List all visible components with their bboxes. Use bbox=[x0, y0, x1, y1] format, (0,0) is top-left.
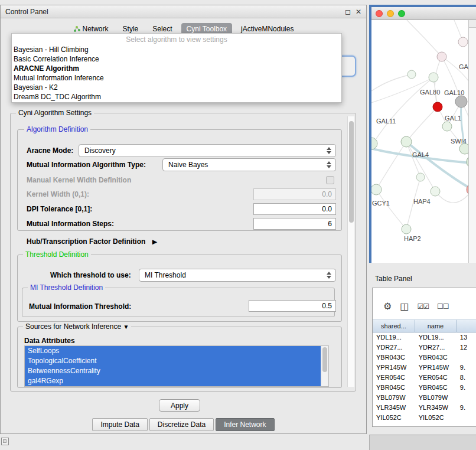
cell: YBL079W bbox=[415, 393, 457, 403]
list-scrollbar[interactable] bbox=[321, 346, 328, 386]
table-row[interactable]: YER054CYER054C8. bbox=[373, 373, 476, 383]
which-threshold-value: MI Threshold bbox=[145, 271, 186, 279]
minimize-traffic-light[interactable] bbox=[387, 10, 394, 17]
network-node-red[interactable] bbox=[433, 102, 442, 112]
apply-button[interactable]: Apply bbox=[159, 399, 200, 412]
network-node[interactable] bbox=[416, 173, 425, 181]
threshold-definition-title: Threshold Definition bbox=[23, 250, 91, 259]
zoom-traffic-light[interactable] bbox=[398, 10, 405, 17]
network-window-titlebar[interactable] bbox=[371, 7, 476, 20]
column-header[interactable]: name bbox=[415, 319, 457, 332]
network-tab-icon bbox=[73, 25, 80, 32]
network-node[interactable] bbox=[458, 37, 468, 47]
network-canvas[interactable]: GAL80 GAL80 GAL10 GAL11 GAL1 SWI4 GAL4 G… bbox=[371, 20, 476, 263]
table-row[interactable]: YPR145WYPR145W9. bbox=[373, 363, 476, 373]
deselect-all-icon[interactable]: ☐☐ bbox=[437, 302, 449, 311]
chevron-right-icon: ▶ bbox=[152, 238, 157, 245]
cell: YIL052C bbox=[415, 413, 457, 423]
node-label: HAP4 bbox=[413, 198, 431, 205]
cell: YBL079W bbox=[373, 393, 415, 403]
network-node[interactable] bbox=[407, 70, 416, 79]
kernel-width-field[interactable]: 0.0 bbox=[253, 188, 336, 200]
table-header-row: shared... name bbox=[373, 319, 476, 332]
hub-definition-expander[interactable]: Hub/Transcription Factor Definition ▶ bbox=[27, 237, 157, 246]
list-scrollbar-thumb[interactable] bbox=[322, 347, 327, 372]
algorithm-option[interactable]: Mutual Information Inference bbox=[12, 73, 341, 83]
cell: YLR345W bbox=[373, 403, 415, 413]
network-node[interactable] bbox=[371, 184, 382, 195]
mi-steps-field[interactable]: 6 bbox=[253, 218, 336, 230]
list-item[interactable]: TopologicalCoefficient bbox=[25, 356, 321, 366]
manual-kernel-width-checkbox[interactable] bbox=[326, 176, 334, 184]
network-node-gray[interactable] bbox=[455, 96, 467, 107]
sources-group-header[interactable]: Sources for Network Inference ▼ bbox=[23, 322, 131, 331]
network-node[interactable] bbox=[402, 224, 411, 234]
cell: YBR043C bbox=[373, 353, 415, 363]
control-panel-window: Control Panel ◻ ✕ Network Style Select C… bbox=[0, 5, 367, 434]
settings-scrollbar-thumb[interactable] bbox=[349, 121, 354, 223]
manual-kernel-width-label: Manual Kernel Width Definition bbox=[27, 175, 131, 185]
mi-threshold-field[interactable]: 0.5 bbox=[249, 300, 336, 312]
scrollbar-button[interactable] bbox=[469, 20, 476, 28]
table-body: YDL19...YDL19...13 YDR27...YDR27...12 YB… bbox=[373, 332, 476, 423]
gear-icon[interactable]: ⚙ bbox=[383, 302, 392, 311]
close-traffic-light[interactable] bbox=[376, 10, 383, 17]
network-node[interactable] bbox=[401, 136, 412, 147]
node-label: GAL4 bbox=[412, 151, 429, 158]
aracne-mode-label: Aracne Mode: bbox=[27, 146, 73, 155]
table-row[interactable]: YDR27...YDR27...12 bbox=[373, 343, 476, 353]
table-row[interactable]: YBL079WYBL079W bbox=[373, 393, 476, 403]
mi-steps-label: Mutual Information Steps: bbox=[27, 219, 114, 229]
kernel-width-label: Kernel Width (0,1): bbox=[27, 190, 89, 199]
combo-arrows-icon bbox=[325, 161, 333, 168]
table-row[interactable]: YLR345WYLR345W9. bbox=[373, 403, 476, 413]
restore-panel-icon[interactable] bbox=[1, 438, 9, 445]
network-view-window: GAL80 GAL80 GAL10 GAL11 GAL1 SWI4 GAL4 G… bbox=[369, 5, 476, 263]
tab-infer-network[interactable]: Infer Network bbox=[216, 418, 274, 431]
network-node[interactable] bbox=[371, 138, 377, 149]
which-threshold-select[interactable]: MI Threshold bbox=[139, 269, 336, 282]
network-node[interactable] bbox=[442, 122, 452, 131]
close-icon[interactable]: ✕ bbox=[356, 8, 361, 16]
node-label: GAL1 bbox=[445, 115, 461, 122]
column-header[interactable] bbox=[457, 319, 476, 332]
cell bbox=[457, 393, 476, 403]
node-label: GCY1 bbox=[372, 200, 390, 207]
list-item[interactable]: gal4RGexp bbox=[25, 376, 321, 386]
table-row[interactable]: YIL052CYIL052C bbox=[373, 413, 476, 423]
mi-threshold-group-title: MI Threshold Definition bbox=[28, 283, 105, 292]
network-node[interactable] bbox=[429, 73, 438, 82]
network-node[interactable] bbox=[437, 52, 446, 61]
cell: YPR145W bbox=[373, 363, 415, 373]
table-panel-title: Table Panel bbox=[375, 275, 412, 283]
control-panel-titlebar[interactable]: Control Panel ◻ ✕ bbox=[1, 5, 366, 18]
list-item[interactable]: BetweennessCentrality bbox=[25, 366, 321, 376]
node-label: GAL10 bbox=[444, 89, 464, 96]
algorithm-option-selected[interactable]: ARACNE Algorithm bbox=[12, 64, 341, 73]
network-canvas-scrollbar[interactable] bbox=[468, 20, 476, 263]
cell: 13 bbox=[457, 332, 476, 343]
table-row[interactable]: YBR043CYBR043C bbox=[373, 353, 476, 363]
tab-impute-data[interactable]: Impute Data bbox=[92, 418, 147, 431]
table-row[interactable]: YDL19...YDL19...13 bbox=[373, 332, 476, 343]
aracne-mode-select[interactable]: Discovery bbox=[79, 144, 336, 157]
columns-icon[interactable]: ◫ bbox=[400, 302, 409, 311]
table-row[interactable]: YBR045CYBR045C9. bbox=[373, 383, 476, 393]
dpi-tolerance-field[interactable]: 0.0 bbox=[253, 203, 336, 215]
settings-scrollbar[interactable] bbox=[347, 116, 354, 387]
cyni-bottom-tabs: Impute Data Discretize Data Infer Networ… bbox=[1, 418, 366, 431]
select-all-icon[interactable]: ☑☑ bbox=[417, 302, 429, 311]
list-item[interactable]: SelfLoops bbox=[25, 346, 321, 356]
control-panel-title: Control Panel bbox=[5, 8, 48, 16]
algorithm-option[interactable]: Bayesian - Hill Climbing bbox=[12, 45, 341, 54]
algorithm-option[interactable]: Basic Correlation Inference bbox=[12, 54, 341, 64]
float-window-icon[interactable]: ◻ bbox=[345, 8, 351, 16]
tab-discretize-data[interactable]: Discretize Data bbox=[149, 418, 214, 431]
algorithm-dropdown-hint: Select algorithm to view settings bbox=[12, 35, 341, 45]
algorithm-option[interactable]: Bayesian - K2 bbox=[12, 83, 341, 92]
algorithm-option[interactable]: Dream8 DC_TDC Algorithm bbox=[12, 92, 341, 102]
mi-type-select[interactable]: Naive Bayes bbox=[162, 158, 336, 171]
chevron-down-icon: ▼ bbox=[123, 324, 129, 330]
column-header[interactable]: shared... bbox=[373, 319, 415, 332]
network-node[interactable] bbox=[431, 187, 440, 196]
